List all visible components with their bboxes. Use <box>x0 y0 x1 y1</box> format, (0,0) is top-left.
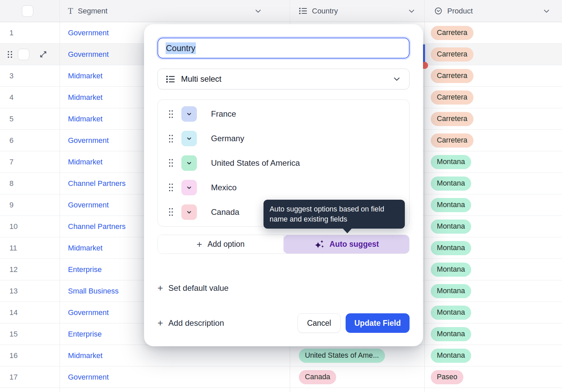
column-header-country[interactable]: Country <box>290 0 425 22</box>
auto-suggest-button[interactable]: Auto suggest <box>284 235 409 253</box>
option-label[interactable]: Mexico <box>211 183 237 192</box>
selected-cell-edge <box>423 44 425 63</box>
product-cell[interactable]: Montana <box>425 216 562 237</box>
product-cell[interactable]: Carretera <box>425 87 562 108</box>
add-description-button[interactable]: + Add description <box>157 318 224 328</box>
product-cell[interactable]: Montana <box>425 259 562 280</box>
drag-handle-icon[interactable] <box>169 110 173 119</box>
drag-handle-icon[interactable] <box>7 50 13 59</box>
segment-value[interactable]: Midmarket <box>68 72 103 80</box>
drag-handle-icon[interactable] <box>169 207 173 217</box>
country-cell[interactable] <box>290 388 425 392</box>
add-option-button[interactable]: + Add option <box>158 235 284 253</box>
product-cell[interactable]: Paseo <box>425 366 562 388</box>
rownum-cell[interactable]: 7 <box>0 151 60 172</box>
segment-value[interactable]: Enterprise <box>68 330 102 339</box>
grid-header-row: T Segment Country Product <box>0 0 562 22</box>
product-pill: Carretera <box>431 69 473 83</box>
segment-value[interactable]: Midmarket <box>68 115 103 123</box>
rownum-cell[interactable]: 6 <box>0 130 60 151</box>
segment-value[interactable]: Channel Partners <box>68 222 126 231</box>
rownum-cell[interactable]: 17 <box>0 366 60 388</box>
segment-value[interactable]: Small Business <box>68 287 118 296</box>
column-label-country: Country <box>312 7 338 15</box>
segment-value[interactable]: Midmarket <box>68 244 103 252</box>
option-color-swatch[interactable] <box>181 155 197 171</box>
segment-value[interactable]: Government <box>68 308 109 317</box>
segment-cell[interactable]: Midmarket <box>60 345 290 366</box>
set-default-value-button[interactable]: + Set default value <box>157 283 229 293</box>
column-header-product[interactable]: Product <box>425 0 562 22</box>
segment-value[interactable]: Enterprise <box>68 265 102 274</box>
field-type-select[interactable]: Multi select <box>157 69 410 89</box>
drag-handle-icon[interactable] <box>169 158 173 167</box>
option-label[interactable]: France <box>211 109 236 119</box>
segment-value[interactable]: Midmarket <box>68 158 103 166</box>
product-cell[interactable]: Montana <box>425 173 562 194</box>
rownum-cell[interactable]: 4 <box>0 87 60 108</box>
product-cell[interactable]: Montana <box>425 345 562 366</box>
product-cell[interactable] <box>425 388 562 392</box>
rownum-cell[interactable]: 10 <box>0 216 60 237</box>
rownum-cell[interactable] <box>0 388 60 392</box>
product-pill: Montana <box>431 241 471 255</box>
segment-cell[interactable] <box>60 388 290 392</box>
chevron-down-icon[interactable] <box>542 7 551 15</box>
rownum-cell[interactable]: 14 <box>0 302 60 323</box>
option-color-swatch[interactable] <box>181 106 197 122</box>
product-cell[interactable]: Montana <box>425 194 562 215</box>
rownum-cell[interactable]: 3 <box>0 65 60 86</box>
chevron-down-icon[interactable] <box>254 7 262 15</box>
rownum-cell[interactable]: 1 <box>0 22 60 43</box>
product-cell[interactable]: Carretera <box>425 65 562 86</box>
segment-value[interactable]: Government <box>68 201 109 209</box>
product-cell[interactable]: Montana <box>425 280 562 302</box>
segment-value[interactable]: Midmarket <box>68 93 103 102</box>
option-color-swatch[interactable] <box>181 131 197 146</box>
update-field-button[interactable]: Update Field <box>346 313 410 333</box>
country-cell[interactable]: Canada <box>290 366 425 388</box>
option-color-swatch[interactable] <box>181 204 197 220</box>
segment-cell[interactable]: Government <box>60 366 290 388</box>
row-number: 9 <box>9 201 13 209</box>
product-cell[interactable]: Carretera <box>425 22 562 43</box>
tooltip-arrow <box>343 229 352 233</box>
option-label[interactable]: Canada <box>211 207 239 217</box>
segment-value[interactable]: Government <box>68 50 109 59</box>
select-all-checkbox[interactable] <box>22 5 33 17</box>
product-cell[interactable]: Montana <box>425 237 562 259</box>
product-cell[interactable]: Montana <box>425 151 562 172</box>
rownum-cell[interactable]: 9 <box>0 194 60 215</box>
rownum-cell[interactable]: 16 <box>0 345 60 366</box>
drag-handle-icon[interactable] <box>169 134 173 143</box>
cancel-button[interactable]: Cancel <box>297 313 341 333</box>
field-name-input[interactable]: Country <box>157 38 410 58</box>
rownum-cell[interactable]: 2 <box>0 44 60 65</box>
product-cell[interactable]: Montana <box>425 323 562 345</box>
row-checkbox[interactable] <box>18 49 29 60</box>
drag-handle-icon[interactable] <box>169 183 173 192</box>
segment-value[interactable]: Government <box>68 136 109 145</box>
product-cell[interactable]: Carretera <box>425 130 562 151</box>
column-header-segment[interactable]: T Segment <box>60 0 290 22</box>
option-label[interactable]: United States of America <box>211 158 300 168</box>
rownum-cell[interactable]: 13 <box>0 280 60 302</box>
rownum-cell[interactable]: 8 <box>0 173 60 194</box>
country-cell[interactable]: United States of Ame... <box>290 345 425 366</box>
chevron-down-icon[interactable] <box>408 7 416 15</box>
rownum-cell[interactable]: 5 <box>0 108 60 129</box>
segment-value[interactable]: Government <box>68 373 109 382</box>
product-cell[interactable]: Carretera <box>425 44 562 65</box>
segment-value[interactable]: Government <box>68 29 109 37</box>
product-cell[interactable]: Carretera <box>425 108 562 129</box>
option-label[interactable]: Germany <box>211 134 244 143</box>
segment-value[interactable]: Channel Partners <box>68 179 126 188</box>
rownum-cell[interactable]: 15 <box>0 323 60 345</box>
rownum-cell[interactable]: 11 <box>0 237 60 259</box>
expand-record-icon[interactable] <box>39 50 48 59</box>
rownum-cell[interactable]: 12 <box>0 259 60 280</box>
product-cell[interactable]: Montana <box>425 302 562 323</box>
option-color-swatch[interactable] <box>181 180 197 195</box>
segment-value[interactable]: Midmarket <box>68 351 103 360</box>
product-pill: Carretera <box>431 90 473 105</box>
